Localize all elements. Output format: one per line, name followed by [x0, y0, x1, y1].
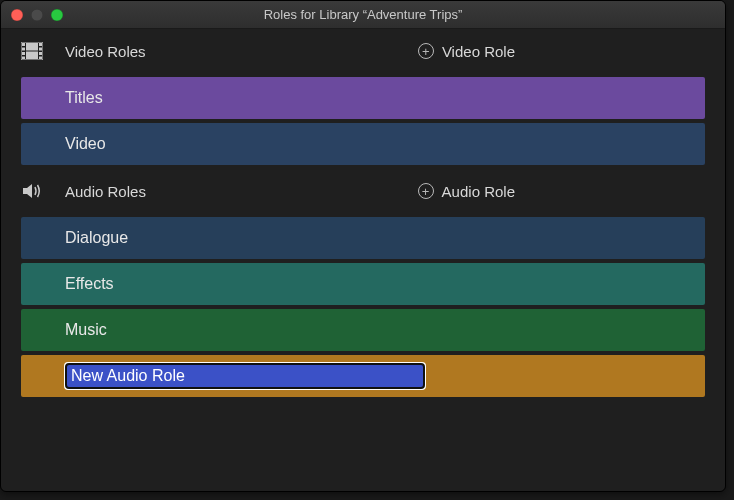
video-roles-label: Video Roles [65, 43, 418, 60]
audio-role-effects[interactable]: Effects [21, 263, 705, 305]
svg-rect-4 [22, 57, 25, 60]
titlebar[interactable]: Roles for Library “Adventure Trips” [1, 1, 725, 29]
video-role-video[interactable]: Video [21, 123, 705, 165]
video-roles-header: Video Roles + Video Role [1, 29, 725, 73]
video-role-titles[interactable]: Titles [21, 77, 705, 119]
speaker-icon [21, 182, 49, 200]
role-label: Dialogue [65, 229, 128, 247]
close-window-button[interactable] [11, 9, 23, 21]
traffic-lights [11, 9, 63, 21]
svg-rect-3 [22, 52, 25, 55]
film-icon [21, 42, 49, 60]
role-label: Video [65, 135, 106, 153]
svg-rect-1 [22, 43, 25, 46]
add-audio-role-label: Audio Role [442, 183, 515, 200]
new-role-name-input[interactable] [65, 363, 425, 389]
window-title: Roles for Library “Adventure Trips” [11, 7, 715, 22]
maximize-window-button[interactable] [51, 9, 63, 21]
plus-icon: + [418, 43, 434, 59]
svg-rect-6 [39, 48, 42, 51]
roles-window: Roles for Library “Adventure Trips” [0, 0, 726, 492]
minimize-window-button [31, 9, 43, 21]
add-video-role-button[interactable]: + Video Role [418, 43, 515, 60]
audio-role-new[interactable] [21, 355, 705, 397]
audio-role-music[interactable]: Music [21, 309, 705, 351]
svg-rect-7 [39, 52, 42, 55]
add-audio-role-button[interactable]: + Audio Role [418, 183, 515, 200]
svg-rect-2 [22, 48, 25, 51]
audio-roles-header: Audio Roles + Audio Role [1, 169, 725, 213]
role-label: Effects [65, 275, 114, 293]
content-area: Video Roles + Video Role Titles Video Au… [1, 29, 725, 397]
add-video-role-label: Video Role [442, 43, 515, 60]
role-label: Titles [65, 89, 103, 107]
audio-roles-label: Audio Roles [65, 183, 418, 200]
svg-rect-5 [39, 43, 42, 46]
svg-rect-8 [39, 57, 42, 60]
svg-rect-10 [26, 52, 38, 60]
role-label: Music [65, 321, 107, 339]
plus-icon: + [418, 183, 434, 199]
svg-rect-9 [26, 43, 38, 51]
audio-role-dialogue[interactable]: Dialogue [21, 217, 705, 259]
